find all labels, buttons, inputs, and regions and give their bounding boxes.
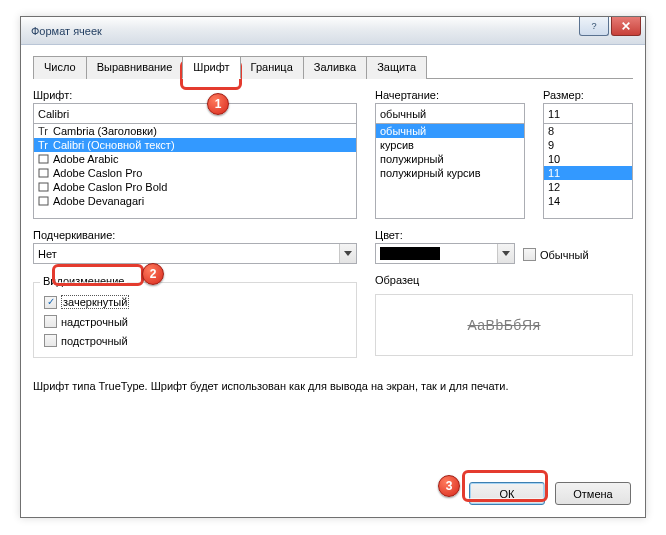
list-item[interactable]: полужирный курсив: [376, 166, 524, 180]
dialog-buttons: ОК Отмена: [469, 482, 631, 505]
underline-value: Нет: [38, 248, 57, 260]
dialog-body: Число Выравнивание Шрифт Граница Заливка…: [21, 45, 645, 404]
tab-number[interactable]: Число: [33, 56, 87, 79]
list-item[interactable]: 8: [544, 124, 632, 138]
list-item[interactable]: Adobe Caslon Pro: [34, 166, 356, 180]
dialog-title: Формат ячеек: [31, 25, 102, 37]
cancel-button[interactable]: Отмена: [555, 482, 631, 505]
tab-font[interactable]: Шрифт: [182, 56, 240, 79]
underline-combo[interactable]: Нет: [33, 243, 357, 264]
ok-button[interactable]: ОК: [469, 482, 545, 505]
svg-text:Tr: Tr: [38, 126, 48, 137]
font-input[interactable]: [33, 103, 357, 124]
hint-text: Шрифт типа TrueType. Шрифт будет использ…: [33, 380, 633, 392]
list-item[interactable]: Adobe Devanagari: [34, 194, 356, 208]
size-list[interactable]: 8 9 10 11 12 14: [543, 123, 633, 219]
subscript-label: подстрочный: [61, 335, 128, 347]
subscript-checkbox[interactable]: подстрочный: [44, 334, 346, 347]
normal-font-label: Обычный: [540, 249, 589, 261]
svg-rect-6: [39, 197, 48, 205]
svg-rect-5: [39, 183, 48, 191]
color-combo[interactable]: [375, 243, 515, 264]
list-item[interactable]: Adobe Arabic: [34, 152, 356, 166]
titlebar: Формат ячеек ?: [21, 17, 645, 45]
format-cells-dialog: Формат ячеек ? Число Выравнивание Шрифт …: [20, 16, 646, 518]
checkbox-icon: [44, 334, 57, 347]
sample-legend: Образец: [375, 274, 633, 286]
help-button[interactable]: ?: [579, 17, 609, 36]
effects-group: Видоизменение зачеркнутый надстрочный: [33, 282, 357, 358]
opentype-icon: [38, 154, 50, 165]
window-buttons: ?: [577, 17, 641, 36]
superscript-label: надстрочный: [61, 316, 128, 328]
list-item[interactable]: 9: [544, 138, 632, 152]
effects-legend: Видоизменение: [40, 275, 127, 287]
close-button[interactable]: [611, 17, 641, 36]
normal-font-checkbox[interactable]: Обычный: [523, 248, 589, 261]
style-label: Начертание:: [375, 89, 525, 101]
truetype-icon: Tr: [38, 140, 50, 151]
strike-checkbox[interactable]: зачеркнутый: [44, 295, 346, 309]
underline-label: Подчеркивание:: [33, 229, 357, 241]
tab-alignment[interactable]: Выравнивание: [86, 56, 184, 79]
list-item[interactable]: 14: [544, 194, 632, 208]
svg-rect-4: [39, 169, 48, 177]
list-item[interactable]: 12: [544, 180, 632, 194]
chevron-down-icon: [339, 244, 356, 263]
color-swatch: [380, 247, 440, 260]
font-label: Шрифт:: [33, 89, 357, 101]
svg-text:Tr: Tr: [38, 140, 48, 151]
opentype-icon: [38, 182, 50, 193]
checkbox-icon: [44, 296, 57, 309]
size-label: Размер:: [543, 89, 633, 101]
style-list[interactable]: обычный курсив полужирный полужирный кур…: [375, 123, 525, 219]
svg-text:?: ?: [592, 21, 597, 31]
list-item[interactable]: 10: [544, 152, 632, 166]
strike-label: зачеркнутый: [61, 295, 129, 309]
list-item[interactable]: TrCambria (Заголовки): [34, 124, 356, 138]
truetype-icon: Tr: [38, 126, 50, 137]
list-item[interactable]: курсив: [376, 138, 524, 152]
list-item[interactable]: обычный: [376, 124, 524, 138]
list-item[interactable]: Adobe Caslon Pro Bold: [34, 180, 356, 194]
tab-protection[interactable]: Защита: [366, 56, 427, 79]
color-label: Цвет:: [375, 229, 515, 241]
opentype-icon: [38, 196, 50, 207]
checkbox-icon: [523, 248, 536, 261]
font-list[interactable]: TrCambria (Заголовки) TrCalibri (Основно…: [33, 123, 357, 219]
tab-border[interactable]: Граница: [240, 56, 304, 79]
svg-rect-3: [39, 155, 48, 163]
superscript-checkbox[interactable]: надстрочный: [44, 315, 346, 328]
sample-box: AaBbБбЯя: [375, 294, 633, 356]
chevron-down-icon: [497, 244, 514, 263]
tab-fill[interactable]: Заливка: [303, 56, 367, 79]
list-item[interactable]: 11: [544, 166, 632, 180]
list-item[interactable]: TrCalibri (Основной текст): [34, 138, 356, 152]
list-item[interactable]: полужирный: [376, 152, 524, 166]
tab-strip: Число Выравнивание Шрифт Граница Заливка…: [33, 55, 633, 79]
size-input[interactable]: [543, 103, 633, 124]
opentype-icon: [38, 168, 50, 179]
sample-text: AaBbБбЯя: [467, 317, 540, 333]
checkbox-icon: [44, 315, 57, 328]
style-input[interactable]: [375, 103, 525, 124]
